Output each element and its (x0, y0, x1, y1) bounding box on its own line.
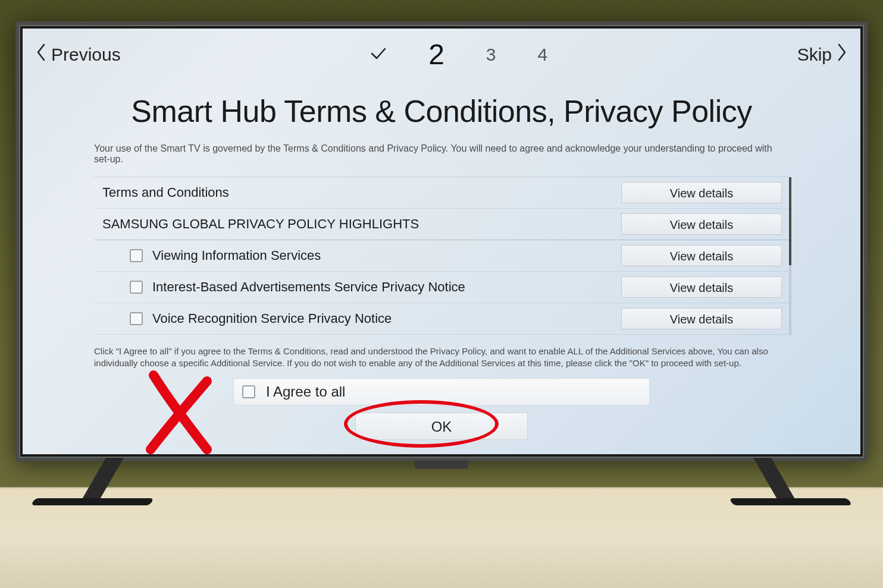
step-3: 3 (486, 45, 496, 65)
view-details-button[interactable]: View details (621, 245, 782, 266)
view-details-button[interactable]: View details (621, 308, 782, 329)
chevron-left-icon (36, 43, 46, 65)
view-details-button[interactable]: View details (621, 182, 782, 203)
checkbox[interactable] (130, 281, 143, 294)
page-title: Smart Hub Terms & Conditions, Privacy Po… (94, 93, 789, 129)
tv-screen: Previous 2 3 4 Skip Smart Hub Terms & Co… (23, 29, 860, 454)
setup-topbar: Previous 2 3 4 Skip (23, 29, 860, 76)
ok-button[interactable]: OK (355, 413, 528, 440)
chevron-right-icon (837, 43, 847, 65)
scrollbar[interactable] (789, 177, 791, 335)
agreement-row-interest-ads[interactable]: Interest-Based Advertisements Service Pr… (94, 272, 789, 303)
view-details-button[interactable]: View details (621, 276, 782, 298)
page-subtitle: Your use of the Smart TV is governed by … (94, 143, 789, 165)
skip-label: Skip (797, 45, 832, 65)
skip-button[interactable]: Skip (797, 43, 847, 65)
previous-button[interactable]: Previous (36, 43, 121, 65)
agreement-row-privacy-highlights[interactable]: SAMSUNG GLOBAL PRIVACY POLICY HIGHLIGHTS… (94, 209, 789, 240)
agreement-row-terms[interactable]: Terms and Conditions View details (94, 177, 789, 209)
agreement-row-voice-recognition[interactable]: Voice Recognition Service Privacy Notice… (94, 303, 789, 335)
agree-all-label: I Agree to all (266, 383, 345, 400)
checkbox[interactable] (130, 249, 143, 262)
tv-brand-label (415, 460, 468, 468)
agreement-row-viewing-info[interactable]: Viewing Information Services View detail… (94, 240, 789, 272)
agreement-label: Interest-Based Advertisements Service Pr… (152, 279, 465, 295)
agreement-label: Viewing Information Services (152, 248, 321, 263)
fineprint-text: Click "I Agree to all" if you agree to t… (94, 345, 789, 370)
agreement-label: Voice Recognition Service Privacy Notice (152, 311, 392, 326)
step-4: 4 (538, 45, 548, 65)
view-details-button[interactable]: View details (621, 213, 782, 235)
agreement-label: SAMSUNG GLOBAL PRIVACY POLICY HIGHLIGHTS (102, 216, 419, 232)
agreement-label: Terms and Conditions (102, 185, 229, 200)
setup-stepper: 2 3 4 (370, 38, 547, 71)
step-completed-icon (370, 45, 387, 65)
agreements-list: Terms and Conditions View details SAMSUN… (94, 177, 789, 335)
tv-frame: Previous 2 3 4 Skip Smart Hub Terms & Co… (15, 21, 868, 461)
step-current: 2 (428, 38, 444, 71)
checkbox[interactable] (130, 312, 143, 325)
previous-label: Previous (51, 45, 121, 65)
agree-all-checkbox[interactable] (242, 385, 255, 398)
agree-all-row[interactable]: I Agree to all (233, 378, 650, 405)
